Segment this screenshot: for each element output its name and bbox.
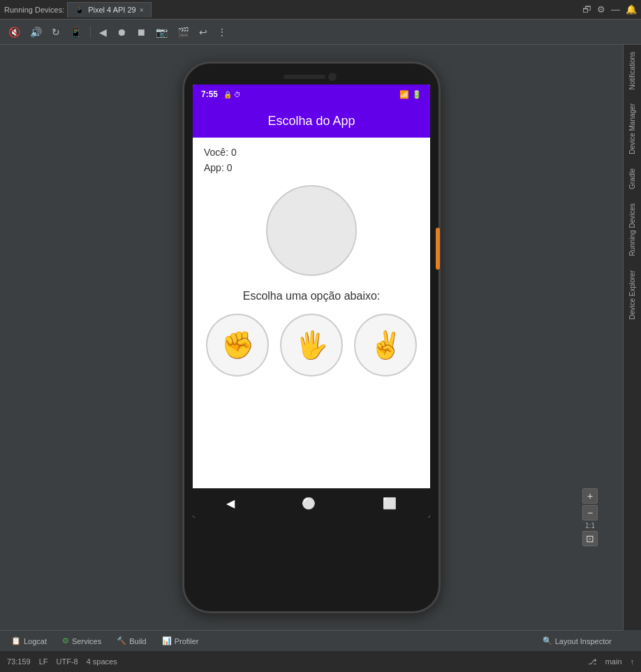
restore-icon[interactable]: 🗗: [582, 4, 591, 15]
running-devices-tab[interactable]: Running Devices: [626, 196, 639, 263]
phone-back-button[interactable]: ◀: [226, 497, 235, 510]
more-options-icon[interactable]: ⋮: [214, 25, 230, 39]
choose-prompt: Escolha uma opção abaixo:: [243, 290, 381, 302]
top-bar: Running Devices: 📱 Pixel 4 API 29 × 🗗 ⚙ …: [0, 0, 641, 20]
main-area: 7:55 🔒 ⏱ 📶 🔋 Escolha do App Você: 0: [0, 45, 641, 630]
choice-display-circle: [266, 185, 357, 276]
right-sidebar: Notifications Device Manager Gradle Runn…: [623, 45, 641, 630]
branch-name: main: [605, 657, 622, 666]
rotate-icon[interactable]: ↻: [49, 25, 63, 39]
phone-status-bar: 7:55 🔒 ⏱ 📶 🔋: [193, 85, 430, 104]
phone-bottom-area: [184, 518, 439, 560]
zoom-in-button[interactable]: +: [582, 488, 598, 504]
rock-button[interactable]: ✊: [206, 314, 269, 377]
stop-icon[interactable]: ⏹: [133, 25, 149, 39]
paper-button[interactable]: 🖐: [280, 314, 343, 377]
services-label: Services: [72, 637, 101, 645]
line-ending: LF: [39, 657, 48, 666]
back-icon[interactable]: ◀: [96, 25, 110, 39]
volume-on-icon[interactable]: 🔊: [27, 25, 45, 39]
phone-status-icons-right: 📶 🔋: [399, 90, 422, 99]
gradle-tab[interactable]: Gradle: [626, 161, 639, 196]
video-icon[interactable]: 🎬: [175, 25, 192, 39]
encoding: UTF-8: [57, 657, 78, 666]
score-app-row: App: 0: [204, 161, 419, 174]
build-icon: 🔨: [117, 636, 126, 645]
cursor-position: 73:159: [7, 657, 31, 666]
build-label: Build: [129, 637, 146, 645]
layout-inspector-icon: 🔍: [543, 636, 552, 645]
wifi-icon: 📶: [399, 90, 409, 99]
profiler-tab[interactable]: 📊 Profiler: [155, 633, 206, 650]
running-devices-label: Running Devices: 📱 Pixel 4 API 29 ×: [4, 2, 152, 17]
layout-inspector-tab[interactable]: 🔍 Layout Inspector: [536, 633, 619, 650]
undo-icon[interactable]: ↩: [196, 25, 210, 39]
notifications-tab[interactable]: Notifications: [626, 45, 639, 96]
device-tab-close[interactable]: ×: [140, 6, 144, 14]
phone-time: 7:55: [201, 89, 218, 99]
build-tab[interactable]: 🔨 Build: [110, 633, 153, 650]
phone-app-title: Escolha do App: [267, 114, 355, 129]
status-bar: 73:159 LF UTF-8 4 spaces ⎇ main ↑: [0, 651, 641, 672]
layout-inspector-label: Layout Inspector: [555, 637, 612, 645]
home-icon[interactable]: ⏺: [114, 25, 129, 39]
phone-screen: 7:55 🔒 ⏱ 📶 🔋 Escolha do App Você: 0: [193, 85, 430, 518]
phone-app-content: Você: 0 App: 0 Escolha uma opção abaixo:…: [193, 138, 430, 488]
phone-area: 7:55 🔒 ⏱ 📶 🔋 Escolha do App Você: 0: [0, 45, 623, 630]
device-manager-tab[interactable]: Device Manager: [626, 96, 639, 161]
device-tab[interactable]: 📱 Pixel 4 API 29 ×: [67, 2, 151, 17]
scroll-handle[interactable]: [436, 228, 440, 270]
phone-recents-button[interactable]: ⬜: [383, 497, 397, 510]
zoom-out-button[interactable]: −: [582, 505, 598, 520]
phone-screen-icon[interactable]: 📱: [67, 25, 84, 39]
phone-app-toolbar: Escolha do App: [193, 104, 430, 138]
branch-icon: ⎇: [588, 657, 597, 666]
phone-camera-area: [184, 64, 439, 85]
indent-label: 4 spaces: [87, 657, 117, 666]
phone-camera: [328, 73, 337, 81]
toolbar-separator-1: [90, 26, 91, 38]
profiler-label: Profiler: [175, 637, 199, 645]
settings-icon[interactable]: ⚙: [597, 4, 605, 15]
services-icon: ⚙: [62, 636, 69, 645]
battery-icon: 🔋: [412, 90, 422, 99]
camera-icon[interactable]: 📷: [153, 25, 170, 39]
logcat-tab[interactable]: 📋 Logcat: [4, 633, 54, 650]
device-tab-icon: 📱: [75, 6, 84, 15]
score-you-row: Você: 0: [204, 146, 419, 159]
zoom-ratio-label: 1:1: [582, 522, 598, 529]
profiler-icon: 📊: [162, 636, 172, 645]
phone-home-button[interactable]: ⚪: [302, 497, 316, 510]
zoom-controls: + − 1:1 ⊡: [582, 488, 598, 546]
options-row: ✊ 🖐 ✌️: [206, 314, 417, 377]
phone-status-icons-left: 🔒 ⏱: [223, 91, 241, 98]
bottom-tabs: 📋 Logcat ⚙ Services 🔨 Build 📊 Profiler 🔍…: [0, 630, 623, 651]
services-tab[interactable]: ⚙ Services: [55, 633, 108, 650]
score-app-label: App: 0: [204, 162, 232, 173]
logcat-icon: 📋: [11, 636, 21, 645]
top-bar-right: 🗗 ⚙ — 🔔: [582, 4, 637, 15]
fit-screen-button[interactable]: ⊡: [582, 531, 598, 546]
scissors-button[interactable]: ✌️: [354, 314, 417, 377]
git-icon: ↑: [631, 657, 635, 666]
volume-off-icon[interactable]: 🔇: [6, 25, 23, 39]
device-tab-label: Pixel 4 API 29: [88, 6, 136, 14]
minimize-icon[interactable]: —: [611, 4, 620, 15]
phone-speaker: [283, 75, 325, 79]
score-you-label: Você: 0: [204, 147, 237, 158]
device-explorer-tab[interactable]: Device Explorer: [626, 263, 639, 327]
running-devices-text: Running Devices:: [4, 6, 64, 14]
notification-icon[interactable]: 🔔: [626, 4, 637, 15]
logcat-label: Logcat: [24, 637, 47, 645]
phone-nav-bar: ◀ ⚪ ⬜: [193, 488, 430, 518]
toolbar: 🔇 🔊 ↻ 📱 ◀ ⏺ ⏹ 📷 🎬 ↩ ⋮: [0, 20, 641, 45]
phone-device: 7:55 🔒 ⏱ 📶 🔋 Escolha do App Você: 0: [182, 61, 441, 613]
